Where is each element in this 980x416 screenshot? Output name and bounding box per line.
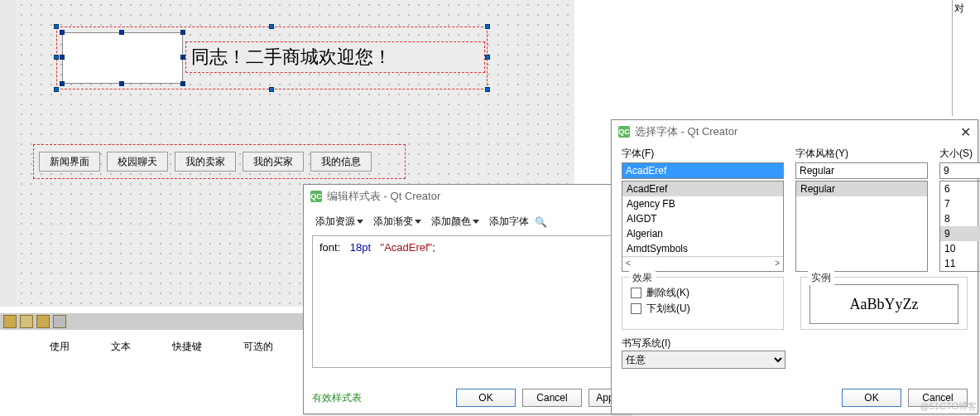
nav-button-container[interactable]: 新闻界面 校园聊天 我的卖家 我的买家 我的信息	[33, 144, 406, 179]
writing-system-label: 书写系统(I)	[622, 336, 785, 351]
resize-handle[interactable]	[269, 87, 274, 92]
sample-group-label: 实例	[808, 271, 834, 285]
stylesheet-text-editor[interactable]: font: 18pt "AcadEref";	[312, 235, 622, 368]
css-terminator: ;	[432, 241, 435, 254]
dialog-title-text: 选择字体 - Qt Creator	[635, 124, 737, 139]
valid-stylesheet-label: 有效样式表	[312, 391, 362, 405]
add-resource-button[interactable]: 添加资源	[312, 213, 367, 230]
wrench-icon[interactable]	[53, 315, 66, 328]
resize-handle[interactable]	[485, 24, 490, 29]
chevron-left-icon[interactable]: <	[626, 259, 631, 268]
chevron-down-icon	[357, 220, 363, 224]
font-family-input[interactable]	[622, 162, 784, 179]
list-item[interactable]: Regular	[796, 181, 927, 196]
font-size-label: 大小(S)	[939, 147, 980, 161]
list-item[interactable]: 10	[940, 241, 980, 256]
cancel-button[interactable]: Cancel	[522, 389, 582, 407]
tab-used[interactable]: 使用	[50, 340, 70, 354]
writing-system-select[interactable]: 任意	[622, 351, 785, 369]
list-item[interactable]: Agency FB	[622, 196, 783, 211]
font-style-label: 字体风格(Y)	[795, 147, 928, 161]
dialog-titlebar[interactable]: QC 编辑样式表 - Qt Creator	[304, 185, 630, 208]
list-item[interactable]: AcadEref	[622, 181, 783, 196]
nav-button-buyer[interactable]: 我的买家	[243, 152, 304, 172]
css-property: font:	[319, 241, 340, 254]
resize-handle[interactable]	[180, 81, 185, 86]
folder-open-icon[interactable]	[20, 315, 33, 328]
font-label: 字体(F)	[622, 147, 784, 161]
css-family: "AcadEref"	[381, 241, 433, 254]
resize-handle[interactable]	[60, 55, 65, 60]
dialog-titlebar[interactable]: QC 选择字体 - Qt Creator ✕	[612, 120, 978, 143]
list-item[interactable]: 7	[940, 196, 980, 211]
list-item[interactable]: AIGDT	[622, 211, 783, 226]
checkbox-icon	[631, 303, 641, 314]
resize-handle[interactable]	[54, 55, 59, 60]
underline-label: 下划线(U)	[646, 302, 690, 316]
font-size-list[interactable]: 6 7 8 9 10 11	[939, 181, 980, 272]
watermark-text: @51CTO博客	[920, 400, 977, 413]
resize-handle[interactable]	[60, 81, 65, 86]
font-picker-icon: 🔍	[535, 216, 547, 228]
resize-handle[interactable]	[269, 24, 274, 29]
nav-button-news[interactable]: 新闻界面	[39, 152, 100, 172]
add-gradient-button[interactable]: 添加渐变	[370, 213, 425, 230]
nav-button-seller[interactable]: 我的卖家	[175, 152, 236, 172]
list-item[interactable]: 11	[940, 256, 980, 271]
list-item[interactable]: Algerian	[622, 226, 783, 241]
chevron-down-icon	[415, 220, 421, 224]
font-style-input[interactable]	[795, 162, 928, 179]
list-item[interactable]: 6	[940, 181, 980, 196]
strikeout-checkbox[interactable]: 删除线(K)	[631, 286, 775, 300]
resize-handle[interactable]	[54, 87, 59, 92]
font-sample-preview: AaBbYyZz	[809, 284, 958, 324]
resize-handle[interactable]	[60, 30, 65, 35]
qt-creator-icon: QC	[618, 126, 630, 138]
stylesheet-toolbar: 添加资源 添加渐变 添加颜色 添加字体 🔍	[304, 208, 630, 235]
underline-checkbox[interactable]: 下划线(U)	[631, 302, 775, 316]
resize-handle[interactable]	[119, 30, 124, 35]
dialog-title-text: 编辑样式表 - Qt Creator	[327, 189, 440, 204]
ok-button[interactable]: OK	[456, 389, 516, 407]
chevron-right-icon[interactable]: >	[775, 259, 780, 268]
chevron-down-icon	[473, 220, 479, 224]
css-size: 18pt	[350, 241, 371, 254]
font-size-input[interactable]	[939, 162, 980, 179]
resize-handle[interactable]	[119, 81, 124, 86]
tab-text[interactable]: 文本	[111, 340, 131, 354]
stylesheet-editor-dialog[interactable]: QC 编辑样式表 - Qt Creator 添加资源 添加渐变 添加颜色 添加字…	[303, 184, 631, 414]
resize-handle[interactable]	[54, 24, 59, 29]
resize-handle[interactable]	[180, 30, 185, 35]
nav-button-chat[interactable]: 校园聊天	[107, 152, 168, 172]
list-item[interactable]: 8	[940, 211, 980, 226]
font-family-list[interactable]: AcadEref Agency FB AIGDT Algerian AmdtSy…	[622, 181, 784, 272]
document-icon[interactable]	[36, 315, 50, 328]
tab-shortcut[interactable]: 快捷键	[172, 340, 202, 354]
font-picker-dialog[interactable]: QC 选择字体 - Qt Creator ✕ 字体(F) AcadEref Ag…	[611, 119, 978, 414]
list-item[interactable]: 9	[940, 226, 980, 241]
tab-optional[interactable]: 可选的	[243, 340, 273, 354]
resize-handle[interactable]	[485, 87, 490, 92]
image-placeholder-widget[interactable]	[62, 32, 183, 84]
folder-icon[interactable]	[3, 315, 17, 328]
qt-creator-icon: QC	[310, 191, 322, 202]
effects-group-label: 效果	[629, 271, 656, 285]
nav-button-info[interactable]: 我的信息	[310, 152, 372, 172]
add-font-button[interactable]: 添加字体 🔍	[486, 213, 550, 230]
list-item[interactable]: AmdtSymbols	[622, 241, 783, 256]
welcome-label[interactable]: 同志！二手商城欢迎您！	[185, 41, 485, 73]
font-style-list[interactable]: Regular	[795, 181, 928, 272]
add-color-button[interactable]: 添加颜色	[428, 213, 483, 230]
close-icon[interactable]: ✕	[960, 124, 971, 140]
right-panel-fragment: 对	[952, 0, 980, 116]
strikeout-label: 删除线(K)	[646, 286, 689, 300]
resize-handle[interactable]	[485, 55, 490, 60]
ok-button[interactable]: OK	[842, 389, 901, 407]
checkbox-icon	[631, 288, 641, 298]
